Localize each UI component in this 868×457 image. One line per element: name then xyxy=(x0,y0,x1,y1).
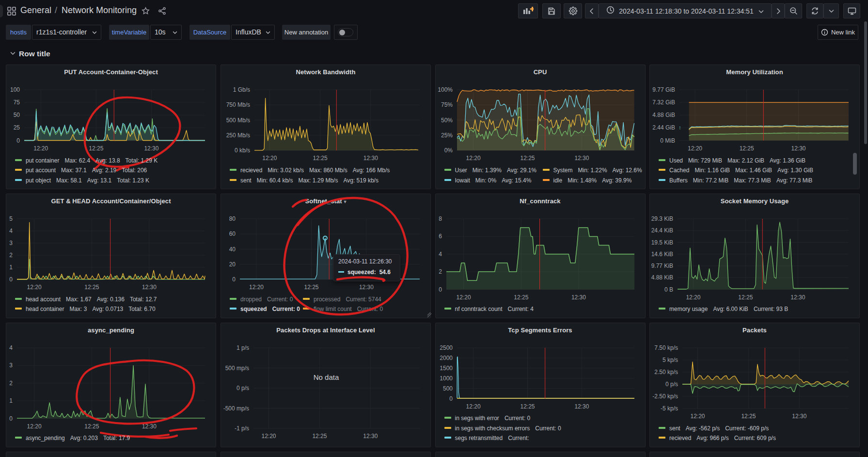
svg-text:25: 25 xyxy=(14,124,20,131)
svg-text:1: 1 xyxy=(9,264,13,271)
svg-text:1 p/s: 1 p/s xyxy=(237,344,249,351)
svg-text:12:20: 12:20 xyxy=(466,403,480,409)
svg-text:0: 0 xyxy=(449,395,453,402)
svg-text:4: 4 xyxy=(439,250,442,257)
svg-text:12:30: 12:30 xyxy=(144,145,158,152)
svg-text:1: 1 xyxy=(9,397,13,404)
svg-text:3: 3 xyxy=(9,362,13,369)
svg-text:750 Mb/s: 750 Mb/s xyxy=(226,101,250,108)
svg-text:9.77 KiB: 9.77 KiB xyxy=(651,262,673,269)
svg-text:4: 4 xyxy=(9,228,13,234)
svg-text:50: 50 xyxy=(14,112,20,118)
svg-text:50%: 50% xyxy=(441,117,452,124)
svg-text:12:20: 12:20 xyxy=(27,284,42,291)
svg-text:0 p/s: 0 p/s xyxy=(237,385,249,392)
svg-text:12:20: 12:20 xyxy=(686,294,700,300)
svg-text:14.6 KiB: 14.6 KiB xyxy=(651,250,673,257)
svg-text:0 B: 0 B xyxy=(664,286,673,293)
svg-text:12:20: 12:20 xyxy=(688,145,702,152)
svg-text:100%: 100% xyxy=(438,86,453,93)
svg-text:-1 p/s: -1 p/s xyxy=(235,425,249,432)
svg-text:0 MiB: 0 MiB xyxy=(660,137,675,144)
svg-text:75%: 75% xyxy=(441,101,452,108)
svg-text:12:25: 12:25 xyxy=(84,284,99,291)
svg-text:12:30: 12:30 xyxy=(363,433,378,440)
svg-text:7.50 kp/s: 7.50 kp/s xyxy=(654,344,678,351)
svg-text:12:30: 12:30 xyxy=(574,155,589,162)
svg-text:0 p/s: 0 p/s xyxy=(665,381,678,388)
svg-text:2: 2 xyxy=(439,268,442,275)
svg-text:5 kp/s: 5 kp/s xyxy=(663,357,678,363)
svg-text:12:25: 12:25 xyxy=(738,294,753,300)
svg-text:0 kb/s: 0 kb/s xyxy=(235,147,250,154)
svg-text:1 Gb/s: 1 Gb/s xyxy=(233,86,250,93)
svg-text:12:20: 12:20 xyxy=(456,294,471,300)
svg-text:12:20: 12:20 xyxy=(466,155,480,162)
svg-text:2000: 2000 xyxy=(440,354,453,361)
svg-text:-5 kp/s: -5 kp/s xyxy=(661,405,678,412)
svg-text:1000: 1000 xyxy=(440,375,453,381)
svg-text:12:30: 12:30 xyxy=(790,294,805,300)
svg-text:4.88 GiB: 4.88 GiB xyxy=(652,112,675,118)
svg-text:2500: 2500 xyxy=(440,344,453,351)
svg-text:12:25: 12:25 xyxy=(520,155,535,162)
svg-text:4: 4 xyxy=(9,344,13,351)
svg-text:25%: 25% xyxy=(441,132,452,139)
svg-text:-2.50 kp/s: -2.50 kp/s xyxy=(652,393,678,400)
svg-text:500 mp/s: 500 mp/s xyxy=(225,364,249,371)
svg-text:12:20: 12:20 xyxy=(261,433,276,440)
svg-text:0%: 0% xyxy=(444,147,453,154)
svg-text:3: 3 xyxy=(9,240,13,246)
svg-text:250 Mb/s: 250 Mb/s xyxy=(226,132,250,139)
svg-text:12:25: 12:25 xyxy=(514,294,528,300)
svg-text:0: 0 xyxy=(9,415,13,422)
svg-text:2: 2 xyxy=(9,252,13,259)
svg-text:500 Mb/s: 500 Mb/s xyxy=(226,117,250,124)
svg-text:500: 500 xyxy=(442,385,452,392)
svg-text:12:20: 12:20 xyxy=(33,145,48,152)
svg-text:12:30: 12:30 xyxy=(571,294,585,300)
svg-text:100: 100 xyxy=(10,86,20,93)
svg-text:12:30: 12:30 xyxy=(142,284,157,291)
svg-text:1500: 1500 xyxy=(440,364,453,371)
svg-text:5: 5 xyxy=(9,215,13,222)
svg-text:8: 8 xyxy=(439,215,442,222)
svg-text:12:25: 12:25 xyxy=(313,155,328,162)
svg-text:12:30: 12:30 xyxy=(574,403,589,409)
svg-text:0: 0 xyxy=(9,276,13,283)
svg-text:12:20: 12:20 xyxy=(690,413,705,420)
svg-text:2: 2 xyxy=(9,379,13,386)
svg-text:24.4 KiB: 24.4 KiB xyxy=(651,227,673,234)
svg-text:9.77 GiB: 9.77 GiB xyxy=(652,86,675,93)
svg-text:12:20: 12:20 xyxy=(27,423,42,429)
svg-text:19.5 KiB: 19.5 KiB xyxy=(651,239,673,245)
svg-text:12:30: 12:30 xyxy=(792,413,806,420)
svg-text:12:25: 12:25 xyxy=(520,403,535,409)
svg-text:0: 0 xyxy=(16,137,20,144)
svg-text:12:25: 12:25 xyxy=(312,433,327,440)
svg-text:2.44 GiB: 2.44 GiB xyxy=(652,124,675,131)
svg-text:12:30: 12:30 xyxy=(363,155,378,162)
svg-text:4.88 KiB: 4.88 KiB xyxy=(651,274,673,281)
svg-text:12:25: 12:25 xyxy=(741,413,756,420)
svg-text:2.50 kp/s: 2.50 kp/s xyxy=(654,369,678,375)
svg-text:29.3 KiB: 29.3 KiB xyxy=(651,215,673,222)
svg-text:12:25: 12:25 xyxy=(89,145,103,152)
svg-text:12:30: 12:30 xyxy=(791,145,805,152)
svg-text:12:25: 12:25 xyxy=(740,145,754,152)
svg-text:12:25: 12:25 xyxy=(84,423,99,429)
svg-text:0: 0 xyxy=(439,286,442,293)
svg-text:-500 mp/s: -500 mp/s xyxy=(223,405,249,411)
svg-text:7.32 GiB: 7.32 GiB xyxy=(652,99,675,106)
svg-text:75: 75 xyxy=(14,99,20,106)
svg-text:12:20: 12:20 xyxy=(262,155,277,162)
svg-text:6: 6 xyxy=(439,233,442,240)
